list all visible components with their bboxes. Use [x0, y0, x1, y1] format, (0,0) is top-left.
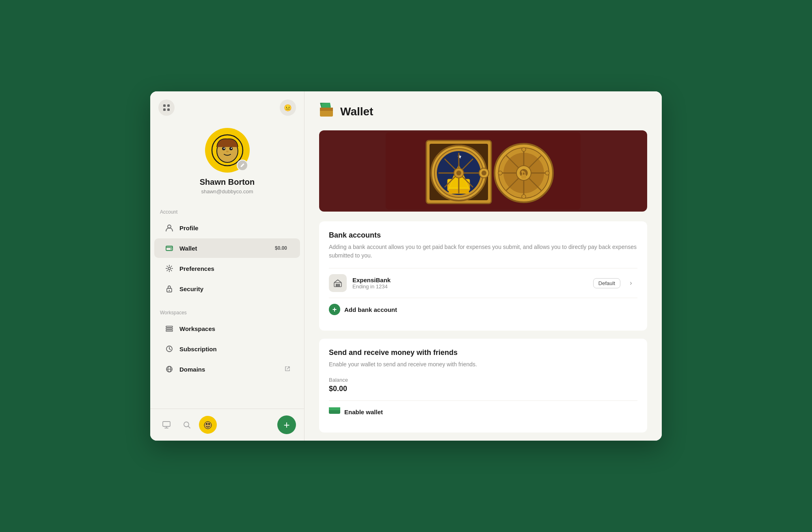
- svg-rect-74: [336, 284, 337, 287]
- security-label: Security: [179, 285, 290, 292]
- send-receive-card: Send and receive money with friends Enab…: [319, 339, 647, 433]
- bank-accounts-card: Bank accounts Adding a bank account allo…: [319, 221, 647, 331]
- profile-icon: [164, 223, 175, 233]
- send-receive-title: Send and receive money with friends: [329, 348, 637, 357]
- svg-rect-1: [167, 104, 170, 107]
- add-button[interactable]: +: [277, 415, 296, 434]
- wallet-banner: [319, 130, 647, 212]
- svg-point-31: [206, 423, 207, 425]
- user-email: shawn@dubbyco.com: [201, 188, 253, 195]
- bank-accounts-title: Bank accounts: [329, 231, 637, 240]
- sidebar-item-workspaces[interactable]: Workspaces: [154, 319, 300, 338]
- svg-rect-76: [337, 284, 339, 287]
- svg-rect-72: [521, 175, 526, 179]
- sidebar-bottom: +: [150, 409, 304, 441]
- sidebar-item-security[interactable]: Security: [154, 279, 300, 298]
- svg-point-19: [169, 290, 170, 291]
- user-avatar-button[interactable]: [199, 416, 217, 434]
- add-bank-icon: +: [329, 304, 340, 315]
- balance-amount: $0.00: [329, 385, 637, 393]
- subscription-label: Subscription: [179, 346, 290, 353]
- workspaces-nav-section: Workspaces Workspaces: [150, 303, 304, 384]
- add-bank-account-button[interactable]: + Add bank account: [329, 298, 637, 321]
- svg-rect-16: [171, 249, 172, 250]
- default-badge: Default: [593, 278, 620, 288]
- bank-ending: Ending in 1234: [352, 283, 593, 290]
- grid-icon-button[interactable]: [158, 99, 175, 116]
- balance-label: Balance: [329, 377, 637, 383]
- vault-illustration: [319, 130, 647, 212]
- avatar-edit-button[interactable]: [237, 160, 248, 171]
- bank-actions: Default ›: [593, 277, 637, 290]
- svg-rect-37: [320, 108, 333, 111]
- bank-info: ExpensiBank Ending in 1234: [352, 277, 593, 290]
- preferences-icon: [164, 263, 175, 274]
- user-name: Shawn Borton: [200, 177, 255, 187]
- svg-rect-75: [339, 284, 340, 287]
- domains-icon: [164, 364, 175, 374]
- enable-wallet-label: Enable wallet: [344, 409, 383, 415]
- svg-point-17: [168, 267, 171, 270]
- account-section-label: Account: [150, 207, 304, 217]
- sidebar-item-subscription[interactable]: Subscription: [154, 339, 300, 359]
- main-content: Wallet: [304, 91, 662, 441]
- sidebar-top-bar: 😐: [150, 99, 304, 124]
- avatar-wrapper: ✦ ✦: [205, 128, 250, 173]
- bank-icon: [329, 274, 347, 292]
- send-receive-description: Enable your wallet to send and receive m…: [329, 360, 637, 369]
- app-window: 😐: [150, 91, 662, 441]
- svg-point-57: [482, 171, 486, 175]
- svg-rect-15: [166, 246, 173, 251]
- add-bank-label: Add bank account: [344, 306, 397, 313]
- profile-label: Profile: [179, 225, 290, 231]
- svg-point-30: [204, 422, 212, 429]
- svg-point-32: [208, 423, 210, 425]
- bank-name: ExpensiBank: [352, 277, 593, 283]
- bank-chevron-button[interactable]: ›: [624, 277, 637, 290]
- svg-rect-2: [163, 108, 166, 111]
- svg-point-66: [522, 195, 526, 199]
- svg-point-55: [456, 171, 461, 175]
- svg-point-67: [498, 171, 502, 175]
- svg-point-10: [231, 148, 232, 149]
- workspaces-section-label: Workspaces: [150, 307, 304, 318]
- avatar-section: ✦ ✦ Shawn Borton shawn@dubbyco.com: [150, 124, 304, 203]
- wallet-balance-badge: $0.00: [272, 244, 290, 252]
- monitor-icon-button[interactable]: [158, 417, 175, 433]
- bank-accounts-description: Adding a bank account allows you to get …: [329, 243, 637, 260]
- svg-rect-80: [335, 410, 338, 412]
- page-title: Wallet: [340, 105, 373, 118]
- wallet-label: Wallet: [179, 245, 272, 252]
- page-header: Wallet: [319, 103, 647, 121]
- svg-rect-21: [166, 328, 173, 329]
- search-icon-button[interactable]: [179, 417, 195, 433]
- preferences-label: Preferences: [179, 265, 290, 272]
- sidebar: 😐: [150, 91, 304, 441]
- domains-label: Domains: [179, 366, 285, 373]
- svg-rect-27: [163, 422, 170, 426]
- sidebar-item-profile[interactable]: Profile: [154, 218, 300, 238]
- svg-rect-79: [329, 407, 340, 410]
- emoji-icon-button[interactable]: 😐: [280, 99, 296, 116]
- emoji-icon: 😐: [284, 104, 292, 112]
- svg-point-9: [223, 148, 225, 149]
- wallet-nav-icon: [164, 243, 175, 253]
- svg-rect-0: [163, 104, 166, 107]
- svg-rect-3: [167, 108, 170, 111]
- account-nav-section: Account Profile: [150, 203, 304, 303]
- wallet-header-icon: [319, 103, 335, 121]
- workspaces-icon: [164, 323, 175, 334]
- enable-wallet-button[interactable]: Enable wallet: [329, 400, 637, 423]
- sidebar-item-domains[interactable]: Domains: [154, 359, 300, 379]
- svg-point-68: [545, 171, 549, 175]
- enable-wallet-icon: [329, 407, 340, 417]
- sidebar-item-preferences[interactable]: Preferences: [154, 259, 300, 278]
- bank-item: ExpensiBank Ending in 1234 Default ›: [329, 268, 637, 298]
- sidebar-item-wallet[interactable]: Wallet $0.00: [154, 238, 300, 258]
- svg-point-65: [522, 147, 526, 151]
- svg-point-11: [226, 151, 229, 152]
- security-icon: [164, 283, 175, 294]
- svg-rect-22: [166, 330, 173, 331]
- svg-rect-20: [166, 326, 173, 327]
- domains-external-icon: [285, 366, 290, 373]
